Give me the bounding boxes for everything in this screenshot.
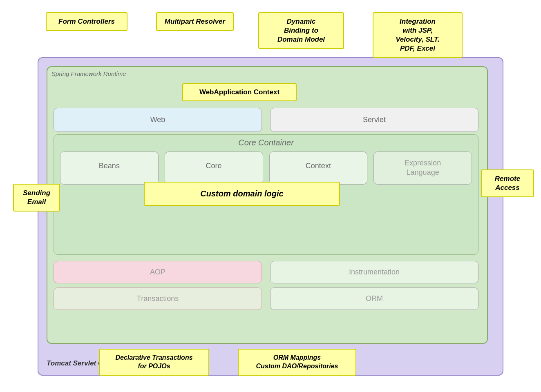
sending-email-label: SendingEmail bbox=[23, 189, 50, 206]
transactions-box: Transactions bbox=[54, 287, 262, 310]
spring-label: Spring Framework Runtime bbox=[51, 70, 126, 77]
beans-label: Beans bbox=[99, 162, 120, 170]
orm-mappings-label: ORM MappingsCustom DAO/Repositories bbox=[256, 354, 338, 370]
multipart-resolver-label: Multipart Resolver bbox=[165, 18, 225, 25]
orm-box: ORM bbox=[270, 287, 478, 310]
servlet-box: Servlet bbox=[270, 108, 478, 132]
custom-domain-label: Custom domain logic bbox=[200, 189, 283, 198]
multipart-resolver-box: Multipart Resolver bbox=[156, 12, 234, 31]
remote-access-box: RemoteAccess bbox=[481, 169, 534, 197]
declarative-tx-label: Declarative Transactionsfor POJOs bbox=[115, 354, 192, 370]
expression-language-box: ExpressionLanguage bbox=[373, 151, 472, 185]
declarative-tx-box: Declarative Transactionsfor POJOs bbox=[99, 349, 209, 376]
aop-box: AOP bbox=[54, 261, 262, 283]
core-label: Core bbox=[206, 162, 222, 170]
custom-domain-box: Custom domain logic bbox=[144, 182, 340, 206]
sending-email-box: SendingEmail bbox=[13, 184, 60, 212]
remote-access-label: RemoteAccess bbox=[495, 175, 520, 192]
core-box: Core bbox=[165, 151, 263, 185]
diagram-wrapper: Form Controllers Multipart Resolver Dyna… bbox=[13, 8, 528, 384]
expression-language-label: ExpressionLanguage bbox=[405, 159, 441, 176]
instrumentation-label: Instrumentation bbox=[349, 268, 400, 276]
context-label: Context bbox=[306, 162, 331, 170]
instrumentation-box: Instrumentation bbox=[270, 261, 478, 283]
core-container: Core Container Beans Core Context Expres… bbox=[54, 134, 478, 255]
orm-label: ORM bbox=[366, 294, 383, 303]
servlet-label: Servlet bbox=[363, 116, 386, 124]
tomcat-container: Spring Framework Runtime WebApplication … bbox=[38, 57, 503, 376]
web-label: Web bbox=[150, 116, 165, 124]
integration-jsp-label: Integrationwith JSP,Velocity, SLT.PDF, E… bbox=[396, 18, 440, 52]
dynamic-binding-label: DynamicBinding toDomain Model bbox=[277, 18, 325, 43]
spring-framework-container: Spring Framework Runtime WebApplication … bbox=[47, 66, 488, 344]
form-controllers-label: Form Controllers bbox=[58, 18, 115, 25]
integration-jsp-box: Integrationwith JSP,Velocity, SLT.PDF, E… bbox=[373, 12, 463, 58]
orm-mappings-box: ORM MappingsCustom DAO/Repositories bbox=[238, 349, 356, 376]
webapp-context-label: WebApplication Context bbox=[199, 88, 279, 96]
transactions-label: Transactions bbox=[137, 294, 179, 303]
dynamic-binding-box: DynamicBinding toDomain Model bbox=[258, 12, 344, 49]
tx-orm-row: Transactions ORM bbox=[54, 287, 478, 310]
aop-label: AOP bbox=[150, 268, 165, 276]
webapp-context-box: WebApplication Context bbox=[182, 83, 297, 101]
aop-instrumentation-row: AOP Instrumentation bbox=[54, 261, 478, 283]
web-box: Web bbox=[54, 108, 262, 132]
context-box: Context bbox=[269, 151, 368, 185]
core-container-label: Core Container bbox=[54, 135, 478, 147]
form-controllers-box: Form Controllers bbox=[46, 12, 127, 31]
beans-box: Beans bbox=[60, 151, 159, 185]
